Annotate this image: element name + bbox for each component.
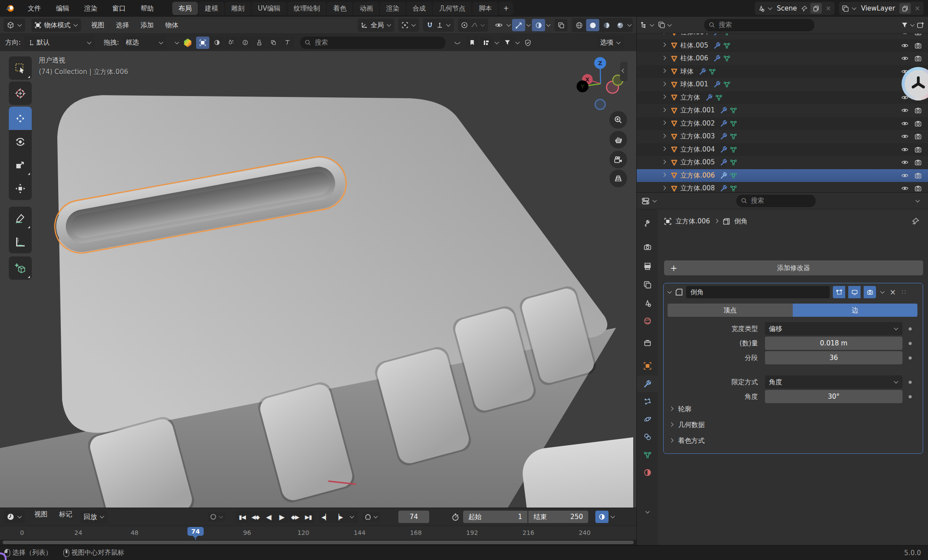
timeline-editor-type[interactable]: [4, 510, 25, 523]
new-scene-button[interactable]: [810, 3, 822, 14]
eye-icon[interactable]: [901, 133, 909, 140]
tool-annotate[interactable]: [9, 207, 32, 230]
eye-icon[interactable]: [901, 33, 909, 36]
modifier-extras-chevron[interactable]: [880, 289, 885, 294]
param-field-宽度类型[interactable]: 偏移: [765, 322, 902, 335]
expand-icon[interactable]: [662, 108, 666, 112]
new-viewlayer-button[interactable]: [899, 3, 911, 14]
timeline-scrollbar[interactable]: [0, 540, 636, 545]
properties-tab-output[interactable]: [637, 258, 658, 274]
pin-icon[interactable]: [801, 5, 808, 12]
workspace-tab-着色[interactable]: 着色: [327, 2, 353, 15]
select-difference-button[interactable]: [238, 37, 252, 49]
properties-tab-data[interactable]: [637, 446, 658, 463]
expand-icon[interactable]: [662, 69, 666, 73]
object-name[interactable]: 立方体.008: [680, 184, 715, 192]
select-brush-button[interactable]: [252, 37, 266, 49]
properties-tab-world[interactable]: [637, 312, 658, 329]
modifier-realtime-toggle[interactable]: [848, 286, 861, 298]
object-name[interactable]: 立方体.004: [680, 145, 715, 154]
tool-move[interactable]: [9, 107, 32, 130]
select-stack-button[interactable]: [267, 37, 280, 49]
camera-view-button[interactable]: [609, 151, 627, 168]
eye-icon[interactable]: [901, 42, 909, 49]
outliner-item-球体.001[interactable]: 球体.001: [637, 78, 928, 91]
collection-visibility-button[interactable]: [480, 37, 493, 49]
workspace-tab-布局[interactable]: 布局: [172, 2, 198, 15]
properties-tab-particles[interactable]: [637, 393, 658, 410]
frame-end-field[interactable]: 结束 250: [528, 511, 588, 523]
param-field-分段[interactable]: 36: [765, 351, 902, 364]
viewlayer-selector[interactable]: ViewLayer ×: [839, 2, 924, 15]
shading-solid-button[interactable]: [586, 19, 599, 31]
object-name[interactable]: 立方体.002: [680, 119, 715, 128]
animate-decorator[interactable]: [909, 381, 912, 384]
playhead[interactable]: 74: [187, 527, 204, 536]
workspace-tab-渲染[interactable]: 渲染: [380, 2, 405, 15]
workspace-tab-合成[interactable]: 合成: [406, 2, 432, 15]
filter-button[interactable]: [501, 37, 514, 49]
expand-icon[interactable]: [662, 43, 666, 47]
stopwatch-icon[interactable]: [451, 513, 460, 521]
scene-name[interactable]: Scene: [775, 4, 799, 12]
3d-viewport[interactable]: 用户透视 (74) Collection | 立方体.006: [0, 51, 636, 508]
keying-set-group[interactable]: [363, 512, 380, 521]
workspace-tab-UV编辑[interactable]: UV编辑: [252, 2, 286, 15]
jump-to-start-button[interactable]: ▮◀: [236, 511, 249, 523]
param-field-限定方式[interactable]: 角度: [765, 375, 902, 389]
play-reverse-button[interactable]: ◀: [262, 511, 275, 523]
properties-tab-tool[interactable]: [637, 215, 658, 232]
modifier-render-toggle[interactable]: [864, 286, 876, 298]
workspace-tab-纹理绘制[interactable]: 纹理绘制: [287, 2, 326, 15]
tool-add-primitive[interactable]: [9, 256, 32, 280]
object-name[interactable]: 立方体: [680, 93, 700, 102]
menu-渲染[interactable]: 渲染: [77, 0, 105, 17]
drag-grip-icon[interactable]: ∷: [902, 288, 906, 296]
object-name[interactable]: 立方体.006: [680, 171, 715, 180]
expand-icon[interactable]: [662, 82, 666, 86]
show-gizmo-button[interactable]: [512, 19, 525, 31]
object-name[interactable]: 立方体.001: [680, 106, 715, 115]
playback-sync-button[interactable]: [595, 511, 609, 523]
object-name[interactable]: 立方体.003: [680, 132, 715, 141]
zoom-button[interactable]: [609, 111, 627, 129]
funnel-filter-icon[interactable]: [901, 22, 908, 29]
outliner-item-立方体.006[interactable]: 立方体.006: [637, 169, 928, 182]
show-overlays-button[interactable]: [532, 19, 545, 31]
scrollbar-thumb[interactable]: [3, 541, 634, 544]
timeline-ruler[interactable]: 0244896120144168192216240 74: [0, 526, 636, 540]
timeline-menu-标记[interactable]: 标记: [53, 510, 78, 523]
menu-文件[interactable]: 文件: [20, 0, 48, 17]
step-back-button[interactable]: ◀▏: [319, 511, 332, 523]
select-lasso-button[interactable]: [281, 37, 294, 49]
show-visibility-button[interactable]: [492, 19, 505, 31]
add-workspace-button[interactable]: +: [499, 2, 513, 15]
shading-material-button[interactable]: [600, 19, 613, 31]
properties-tab-constraints[interactable]: [637, 428, 658, 445]
expand-chevron-icon[interactable]: [668, 289, 672, 294]
chevron-down-icon[interactable]: [916, 198, 920, 202]
pivot-point-selector[interactable]: [398, 19, 419, 32]
param-field-角度[interactable]: 30°: [765, 390, 902, 403]
remove-viewlayer-button[interactable]: ×: [913, 4, 921, 12]
transform-orientation-selector[interactable]: 全局: [358, 19, 394, 32]
animate-decorator[interactable]: [909, 327, 912, 330]
bevel-mode-顶点[interactable]: 顶点: [668, 304, 793, 317]
properties-tab-physics[interactable]: [637, 411, 658, 427]
viewport-menu-添加[interactable]: 添加: [135, 21, 160, 30]
eye-icon[interactable]: [901, 185, 909, 192]
modifier-name-field[interactable]: 倒角: [686, 286, 830, 298]
camera-icon[interactable]: [914, 33, 922, 36]
tool-search-input[interactable]: 搜索: [300, 37, 445, 49]
menu-帮助[interactable]: 帮助: [133, 0, 161, 17]
properties-search-input[interactable]: 搜索: [736, 195, 816, 207]
expand-icon[interactable]: [662, 185, 666, 190]
tool-scale[interactable]: [9, 153, 32, 177]
outliner-item-立方体.005[interactable]: 立方体.005: [637, 156, 928, 169]
camera-icon[interactable]: [914, 172, 922, 179]
outliner-item-立方体.004[interactable]: 立方体.004: [637, 143, 928, 156]
object-name[interactable]: 立方体.005: [680, 158, 715, 167]
step-options-chevron[interactable]: [345, 511, 358, 523]
prev-keyframe-button[interactable]: ◀◆: [249, 511, 262, 523]
shading-rendered-button[interactable]: [613, 19, 627, 31]
